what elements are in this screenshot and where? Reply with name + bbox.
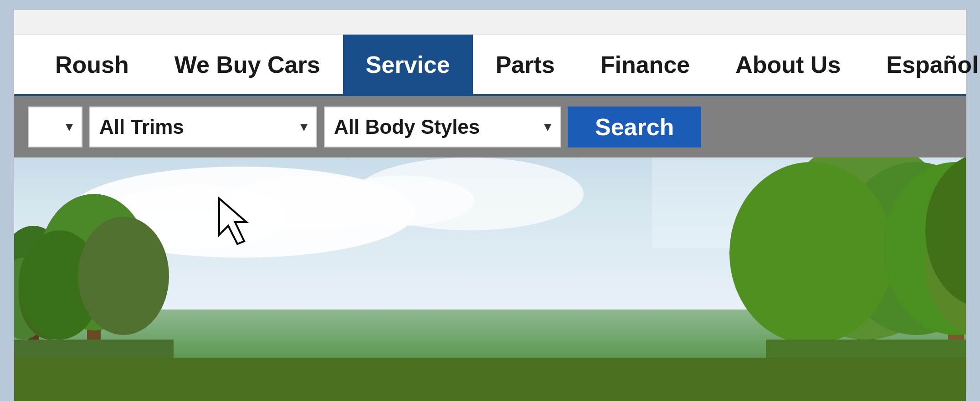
search-bar: ▼ All Trims Base Sport Limited Platinum … [14,96,966,157]
search-button[interactable]: Search [568,107,701,147]
small-select[interactable] [28,107,82,147]
body-styles-select[interactable]: All Body Styles Sedan SUV Truck Coupe Co… [324,107,561,147]
body-styles-select-wrapper: All Body Styles Sedan SUV Truck Coupe Co… [324,107,561,147]
main-container: Roush We Buy Cars Service Parts Finance … [14,9,966,392]
top-strip [14,10,966,35]
trims-select-wrapper: All Trims Base Sport Limited Platinum ▼ [89,107,317,147]
foliage-right-main-3 [729,162,893,344]
hero-area [14,157,966,401]
foliage-left-center-3 [78,217,169,335]
small-select-wrapper: ▼ [28,107,82,147]
nav-item-about-us[interactable]: About Us [713,35,863,94]
navigation-bar: Roush We Buy Cars Service Parts Finance … [14,35,966,96]
ground-main [14,358,966,401]
trees-layer [14,157,966,401]
nav-item-finance[interactable]: Finance [578,35,713,94]
nav-item-roush[interactable]: Roush [32,35,152,94]
trims-select[interactable]: All Trims Base Sport Limited Platinum [89,107,317,147]
nav-item-parts[interactable]: Parts [473,35,578,94]
nav-item-service[interactable]: Service [343,35,473,94]
nav-item-espanol[interactable]: Español [863,35,980,94]
page-wrapper: Roush We Buy Cars Service Parts Finance … [0,0,980,401]
nav-item-we-buy-cars[interactable]: We Buy Cars [152,35,343,94]
